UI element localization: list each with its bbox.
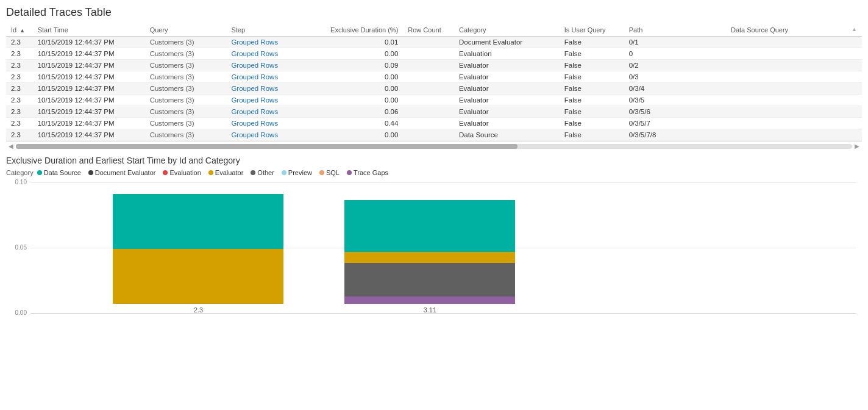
col-is-user-query[interactable]: Is User Query xyxy=(560,24,624,37)
col-data-source-query[interactable]: Data Source Query ▲ xyxy=(726,24,862,37)
data-table: Id ▲ Start Time Query Step Exclusive Dur… xyxy=(6,24,862,141)
step-link[interactable]: Grouped Rows xyxy=(231,108,278,115)
table-cell: Grouped Rows xyxy=(226,95,308,106)
table-wrapper: Id ▲ Start Time Query Step Exclusive Dur… xyxy=(6,24,862,151)
table-cell: Evaluator xyxy=(454,95,560,106)
table-cell xyxy=(403,71,454,83)
legend-dot xyxy=(37,170,42,175)
grid-label-010: 0.10 xyxy=(7,179,27,185)
table-cell: False xyxy=(560,106,624,118)
table-cell: 2.3 xyxy=(6,106,33,118)
legend-item: Other xyxy=(251,169,274,176)
legend-item: Evaluator xyxy=(208,169,243,176)
legend-item-label: Preview xyxy=(288,169,312,176)
legend-items: Data SourceDocument EvaluatorEvaluationE… xyxy=(37,169,396,176)
table-cell: 0/1 xyxy=(624,37,726,48)
table-cell: Customers (3) xyxy=(145,48,227,60)
table-cell xyxy=(403,83,454,95)
table-cell: Evaluator xyxy=(454,71,560,83)
col-step[interactable]: Step xyxy=(226,24,308,37)
table-cell: 10/15/2019 12:44:37 PM xyxy=(33,60,145,71)
table-cell: Grouped Rows xyxy=(226,60,308,71)
table-cell: 10/15/2019 12:44:37 PM xyxy=(33,118,145,129)
step-link[interactable]: Grouped Rows xyxy=(231,131,278,138)
table-row: 2.310/15/2019 12:44:37 PMCustomers (3)Gr… xyxy=(6,118,862,129)
table-cell: 2.3 xyxy=(6,83,33,95)
table-cell: 2.3 xyxy=(6,60,33,71)
table-cell: 0 xyxy=(624,48,726,60)
table-cell xyxy=(726,48,862,60)
table-cell: Grouped Rows xyxy=(226,71,308,83)
bars-container: 2.3 3.11 xyxy=(30,182,856,314)
step-link[interactable]: Grouped Rows xyxy=(231,73,278,81)
table-cell: 10/15/2019 12:44:37 PM xyxy=(33,106,145,118)
table-cell: 2.3 xyxy=(6,48,33,60)
grid-label-000: 0.00 xyxy=(7,309,27,316)
table-cell: Evaluator xyxy=(454,60,560,71)
table-cell: 10/15/2019 12:44:37 PM xyxy=(33,37,145,48)
table-cell: False xyxy=(560,60,624,71)
table-cell xyxy=(726,95,862,106)
table-cell: 2.3 xyxy=(6,118,33,129)
col-query[interactable]: Query xyxy=(145,24,227,37)
table-header: Id ▲ Start Time Query Step Exclusive Dur… xyxy=(6,24,862,37)
bar-23 xyxy=(113,194,283,304)
table-row: 2.310/15/2019 12:44:37 PMCustomers (3)Gr… xyxy=(6,129,862,141)
legend-label: Category xyxy=(6,169,34,176)
col-start-time[interactable]: Start Time xyxy=(33,24,145,37)
table-cell: 0/2 xyxy=(624,60,726,71)
table-cell: Customers (3) xyxy=(145,71,227,83)
legend-item-label: Evaluator xyxy=(215,169,243,176)
legend-item-label: Evaluation xyxy=(169,169,201,176)
table-cell: 0.00 xyxy=(308,48,403,60)
col-row-count[interactable]: Row Count xyxy=(403,24,454,37)
step-link[interactable]: Grouped Rows xyxy=(231,120,278,127)
table-cell xyxy=(403,95,454,106)
table-cell: 0.01 xyxy=(308,37,403,48)
table-cell: 0.09 xyxy=(308,60,403,71)
table-cell: 0/3/5/6 xyxy=(624,106,726,118)
table-cell: 0.06 xyxy=(308,106,403,118)
legend-item: Trace Gaps xyxy=(347,169,388,176)
table-cell xyxy=(403,118,454,129)
step-link[interactable]: Grouped Rows xyxy=(231,96,278,104)
table-cell: 0.44 xyxy=(308,118,403,129)
col-id[interactable]: Id ▲ xyxy=(6,24,33,37)
table-section: Detailed Traces Table Id ▲ Start Time Qu… xyxy=(0,0,868,151)
step-link[interactable]: Grouped Rows xyxy=(231,85,278,92)
legend-dot xyxy=(208,170,213,175)
table-cell: Customers (3) xyxy=(145,95,227,106)
table-body: 2.310/15/2019 12:44:37 PMCustomers (3)Gr… xyxy=(6,37,862,141)
table-cell: Evaluator xyxy=(454,106,560,118)
step-link[interactable]: Grouped Rows xyxy=(231,62,278,69)
table-cell xyxy=(403,37,454,48)
legend-dot xyxy=(347,170,352,175)
table-row: 2.310/15/2019 12:44:37 PMCustomers (3)Gr… xyxy=(6,60,862,71)
table-cell: 2.3 xyxy=(6,129,33,141)
table-row: 2.310/15/2019 12:44:37 PMCustomers (3)Gr… xyxy=(6,83,862,95)
table-cell: Grouped Rows xyxy=(226,83,308,95)
table-cell: 0.00 xyxy=(308,129,403,141)
table-cell: 10/15/2019 12:44:37 PM xyxy=(33,83,145,95)
table-cell: 0.00 xyxy=(308,83,403,95)
table-row: 2.310/15/2019 12:44:37 PMCustomers (3)Gr… xyxy=(6,48,862,60)
table-row: 2.310/15/2019 12:44:37 PMCustomers (3)Gr… xyxy=(6,71,862,83)
legend-dot xyxy=(282,170,286,175)
table-cell: False xyxy=(560,118,624,129)
step-link[interactable]: Grouped Rows xyxy=(231,50,278,57)
table-cell: Evaluator xyxy=(454,83,560,95)
bar-segment-evaluator-311 xyxy=(344,252,515,263)
table-cell: 0/3/4 xyxy=(624,83,726,95)
horizontal-scrollbar[interactable]: ◀ ▶ xyxy=(6,141,862,151)
table-cell: Evaluator xyxy=(454,118,560,129)
legend-item-label: Other xyxy=(257,169,274,176)
col-category[interactable]: Category xyxy=(454,24,560,37)
step-link[interactable]: Grouped Rows xyxy=(231,38,278,46)
legend-dot xyxy=(319,170,324,175)
bar-segment-datasource-23 xyxy=(113,194,283,249)
scroll-right-arrow[interactable]: ▶ xyxy=(852,143,862,149)
scroll-track[interactable] xyxy=(16,144,852,149)
col-exclusive-duration[interactable]: Exclusive Duration (%) xyxy=(308,24,403,37)
scroll-left-arrow[interactable]: ◀ xyxy=(6,143,16,149)
col-path[interactable]: Path xyxy=(624,24,726,37)
